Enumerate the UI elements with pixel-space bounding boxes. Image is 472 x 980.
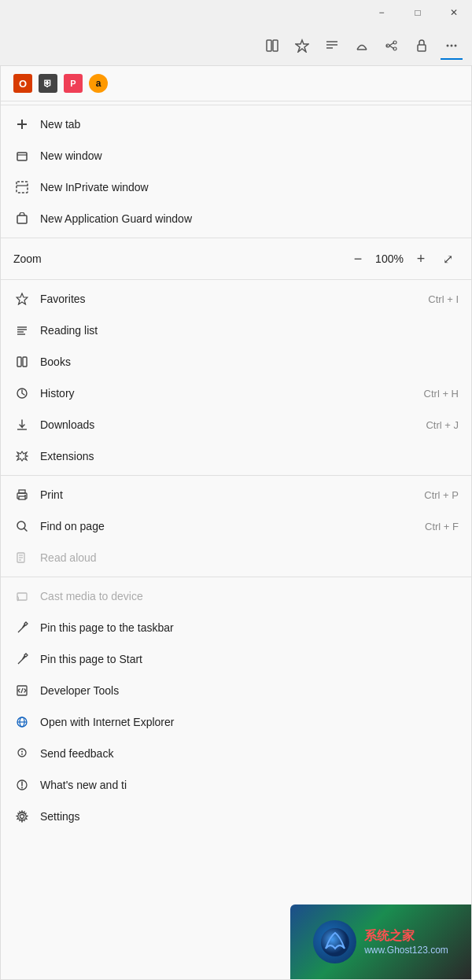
menu-item-devtools[interactable]: Developer Tools	[1, 675, 471, 706]
favorites-icon	[13, 290, 31, 308]
pin-taskbar-icon	[13, 619, 31, 636]
cast-label: Cast media to device	[40, 590, 459, 602]
menu-item-cast: Cast media to device	[1, 580, 471, 612]
svg-point-51	[21, 787, 23, 789]
divider-5	[1, 577, 471, 577]
menu-item-history[interactable]: History Ctrl + H	[1, 378, 471, 409]
books-label: Books	[40, 356, 459, 368]
shield-extension-icon[interactable]: ⛨	[39, 74, 57, 93]
amazon-extension-icon[interactable]: a	[89, 74, 108, 93]
svg-rect-20	[17, 216, 27, 223]
context-menu: O ⛨ P a New tab New window New InPrivate	[0, 66, 472, 980]
immersive-reader-icon[interactable]	[348, 31, 376, 60]
watermark-url: www.Ghost123.com	[364, 945, 448, 956]
watermark-title: 系统之家	[364, 928, 448, 945]
extensions-icon	[13, 448, 31, 465]
svg-point-47	[21, 751, 23, 753]
menu-item-whats-new[interactable]: What's new and ti	[1, 769, 471, 801]
svg-rect-0	[267, 40, 271, 51]
app-guard-label: New Application Guard window	[40, 212, 459, 225]
menu-item-app-guard[interactable]: New Application Guard window	[1, 203, 471, 234]
pin-taskbar-label: Pin this page to the taskbar	[40, 621, 459, 634]
books-icon	[13, 353, 31, 370]
new-tab-label: New tab	[40, 118, 459, 131]
find-shortcut: Ctrl + F	[425, 521, 459, 532]
menu-item-feedback[interactable]: Send feedback	[1, 738, 471, 769]
zoom-decrease-button[interactable]: −	[345, 246, 371, 271]
history-shortcut: Ctrl + H	[424, 388, 459, 400]
close-button[interactable]: ✕	[436, 0, 472, 25]
menu-item-settings[interactable]: Settings	[1, 801, 471, 832]
menu-item-print[interactable]: Print Ctrl + P	[1, 479, 471, 510]
pocket-extension-icon[interactable]: P	[64, 74, 83, 93]
more-icon[interactable]	[437, 31, 466, 60]
pin-start-label: Pin this page to Start	[40, 653, 459, 665]
watermark-content: 系统之家 www.Ghost123.com	[313, 920, 448, 963]
divider-2	[1, 238, 471, 238]
menu-item-books[interactable]: Books	[1, 346, 471, 378]
whats-new-icon	[13, 776, 31, 794]
window-controls: − □ ✕	[363, 0, 472, 25]
find-label: Find on page	[40, 520, 425, 532]
read-aloud-label: Read aloud	[40, 551, 459, 564]
reading-list-icon	[13, 322, 31, 339]
whats-new-label: What's new and ti	[40, 779, 459, 791]
menu-item-new-tab[interactable]: New tab	[1, 109, 471, 140]
watermark-text: 系统之家 www.Ghost123.com	[364, 928, 448, 956]
find-icon	[13, 518, 31, 535]
svg-point-13	[455, 44, 457, 46]
svg-point-11	[447, 44, 449, 46]
favorites-icon[interactable]	[288, 31, 316, 60]
feedback-label: Send feedback	[40, 747, 459, 760]
menu-item-favorites[interactable]: Favorites Ctrl + I	[1, 283, 471, 315]
zoom-control: Zoom − 100% + ⤢	[1, 241, 471, 276]
svg-rect-18	[17, 182, 28, 193]
history-icon	[13, 385, 31, 402]
share-icon[interactable]	[378, 31, 406, 60]
ie-icon	[13, 713, 31, 731]
watermark-overlay: 系统之家 www.Ghost123.com	[290, 904, 471, 979]
menu-item-read-aloud: Read aloud	[1, 542, 471, 573]
password-icon[interactable]	[407, 31, 436, 60]
new-tab-icon	[13, 116, 31, 133]
menu-item-downloads[interactable]: Downloads Ctrl + J	[1, 409, 471, 440]
menu-item-find[interactable]: Find on page Ctrl + F	[1, 510, 471, 542]
maximize-button[interactable]: □	[400, 0, 436, 25]
downloads-icon	[13, 416, 31, 433]
inprivate-label: New InPrivate window	[40, 181, 459, 193]
divider-1	[1, 105, 471, 105]
collections-icon[interactable]	[318, 31, 346, 60]
reading-view-icon[interactable]	[258, 31, 286, 60]
zoom-increase-button[interactable]: +	[408, 246, 433, 271]
svg-rect-16	[17, 153, 27, 160]
menu-item-new-window[interactable]: New window	[1, 140, 471, 171]
zoom-label: Zoom	[13, 252, 345, 265]
menu-item-pin-start[interactable]: Pin this page to Start	[1, 643, 471, 675]
pin-start-icon	[13, 650, 31, 668]
svg-rect-27	[23, 357, 27, 367]
menu-item-extensions[interactable]: Extensions	[1, 440, 471, 472]
menu-item-open-ie[interactable]: Open with Internet Explorer	[1, 706, 471, 738]
menu-item-pin-taskbar[interactable]: Pin this page to the taskbar	[1, 612, 471, 643]
new-window-icon	[13, 147, 31, 164]
svg-rect-10	[418, 45, 426, 51]
menu-item-reading-list[interactable]: Reading list	[1, 315, 471, 346]
svg-marker-21	[17, 293, 28, 304]
favorites-shortcut: Ctrl + I	[428, 293, 459, 305]
settings-label: Settings	[40, 810, 459, 823]
downloads-label: Downloads	[40, 418, 426, 431]
svg-rect-32	[19, 496, 25, 499]
minimize-button[interactable]: −	[363, 0, 400, 25]
svg-point-12	[451, 44, 453, 46]
reading-list-label: Reading list	[40, 324, 459, 337]
print-label: Print	[40, 488, 424, 501]
zoom-value: 100%	[371, 252, 408, 265]
divider-4	[1, 475, 471, 476]
office-extension-icon[interactable]: O	[13, 74, 32, 93]
inprivate-icon	[13, 179, 31, 196]
svg-rect-1	[273, 40, 278, 51]
open-ie-label: Open with Internet Explorer	[40, 716, 459, 728]
browser-window: − □ ✕	[0, 0, 472, 980]
menu-item-new-inprivate[interactable]: New InPrivate window	[1, 171, 471, 203]
zoom-expand-button[interactable]: ⤢	[437, 248, 459, 270]
